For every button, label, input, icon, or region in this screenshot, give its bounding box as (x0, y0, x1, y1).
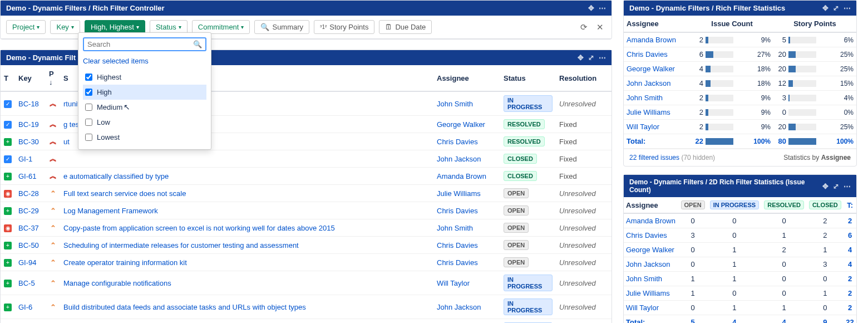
issue-key[interactable]: GI-94 (18, 258, 37, 267)
number-icon: ³1² (320, 24, 327, 30)
move-icon[interactable] (578, 53, 584, 62)
assignee-link[interactable]: Chris Davies (437, 258, 478, 267)
issue-key[interactable]: BC-28 (18, 189, 39, 198)
issue-key[interactable]: BC-19 (18, 120, 39, 129)
issue-summary[interactable]: Scheduling of intermediate releases for … (63, 241, 299, 249)
issue-key[interactable]: BC-30 (18, 138, 39, 146)
priority-option[interactable]: High (83, 85, 206, 100)
col-status[interactable]: Status (500, 65, 556, 91)
close-icon[interactable]: ✕ (594, 22, 606, 32)
issue-summary[interactable]: e automatically classified by type (63, 172, 169, 180)
priority-option[interactable]: Highest (83, 70, 206, 85)
assignee-link[interactable]: Chris Davies (437, 138, 478, 146)
more-icon[interactable] (599, 53, 606, 62)
assignee-link[interactable]: John Smith (626, 275, 662, 283)
assignee-link[interactable]: George Walker (627, 65, 675, 73)
issue-key[interactable]: GI-6 (18, 303, 32, 311)
assignee-link[interactable]: Chris Davies (627, 50, 668, 58)
checkbox[interactable] (85, 104, 92, 111)
assignee-link[interactable]: Amanda Brown (627, 36, 676, 44)
table-row[interactable]: +BC-50⌃Scheduling of intermediate releas… (1, 237, 611, 254)
col-type[interactable]: T (1, 65, 15, 91)
stats-total: Total:22100%80100% (624, 134, 856, 149)
assignee-link[interactable]: Will Taylor (626, 304, 659, 312)
assignee-link[interactable]: Chris Davies (437, 207, 478, 215)
issue-summary[interactable]: Create operator training information kit (63, 258, 187, 267)
priority-option[interactable]: Lowest (83, 130, 206, 145)
issue-summary[interactable]: Full text search service does not scale (63, 189, 186, 198)
assignee-link[interactable]: Julie Williams (437, 189, 481, 198)
issue-summary[interactable]: Log Management Framework (63, 207, 158, 215)
table-row[interactable]: +GI-94⌃Create operator training informat… (1, 254, 611, 271)
filter-key[interactable]: Key▾ (50, 20, 80, 34)
priority-option[interactable]: Medium (83, 100, 206, 115)
assignee-link[interactable]: John Jackson (626, 260, 670, 268)
table-row[interactable]: ◉BC-28⌃Full text search service does not… (1, 185, 611, 202)
issue-summary[interactable]: Build distributed data feeds and associa… (63, 303, 306, 311)
move-icon[interactable] (588, 4, 594, 12)
table-row[interactable]: +GI-42⌃Install event handler on console … (1, 319, 611, 324)
assignee-link[interactable]: Julie Williams (627, 108, 670, 116)
assignee-link[interactable]: Amanda Brown (626, 217, 675, 225)
checkbox[interactable] (85, 119, 92, 126)
controller-title: Demo - Dynamic Filters / Rich Filter Con… (6, 4, 165, 12)
move-icon[interactable] (822, 182, 828, 190)
issue-key[interactable]: BC-18 (18, 100, 39, 108)
checkbox[interactable] (85, 89, 92, 96)
table-row[interactable]: ◉BC-37⌃Copy-paste from application scree… (1, 219, 611, 237)
more-icon[interactable] (844, 4, 851, 12)
assignee-link[interactable]: John Jackson (627, 79, 671, 87)
assignee-link[interactable]: George Walker (626, 246, 674, 254)
issue-key[interactable]: GI-61 (18, 172, 37, 180)
assignee-link[interactable]: Will Taylor (437, 279, 470, 287)
tool-duedate[interactable]: 🗓Due Date (379, 20, 432, 34)
table-row[interactable]: +BC-29⌃Log Management FrameworkChris Dav… (1, 202, 611, 219)
priority-highest-icon: ︽ (49, 171, 57, 181)
table-row[interactable]: +GI-6⌃Build distributed data feeds and a… (1, 295, 611, 319)
dropdown-search[interactable]: 🔍 (83, 37, 206, 51)
issue-key[interactable]: GI-1 (18, 155, 32, 163)
tool-storypoints[interactable]: ³1²Story Points (314, 20, 374, 34)
stats-title: Demo - Dynamic Filters / Rich Filter Sta… (629, 4, 785, 12)
move-icon[interactable] (822, 4, 828, 12)
assignee-link[interactable]: John Smith (437, 224, 473, 232)
expand-icon[interactable] (833, 4, 839, 12)
col-resolution[interactable]: Resolution (556, 65, 611, 91)
expand-icon[interactable] (833, 182, 839, 190)
issue-key[interactable]: BC-37 (18, 224, 39, 232)
refresh-icon[interactable]: ⟳ (578, 22, 590, 32)
col-priority[interactable]: P ↓ (46, 65, 60, 91)
assignee-link[interactable]: George Walker (437, 120, 485, 129)
filtered-link[interactable]: 22 filtered issues (629, 154, 679, 161)
assignee-link[interactable]: Julie Williams (626, 289, 670, 297)
more-icon[interactable] (599, 4, 606, 12)
assignee-link[interactable]: John Jackson (437, 303, 481, 311)
tool-summary[interactable]: 🔍Summary (254, 20, 309, 34)
assignee-link[interactable]: Chris Davies (437, 241, 478, 249)
assignee-link[interactable]: John Smith (437, 100, 473, 108)
table-row[interactable]: +BC-5⌃Manage configurable notificationsW… (1, 271, 611, 295)
issue-summary[interactable]: ut (63, 138, 70, 146)
table-row[interactable]: +GI-61︽e automatically classified by typ… (1, 168, 611, 185)
issue-key[interactable]: BC-29 (18, 207, 39, 215)
assignee-link[interactable]: Will Taylor (627, 123, 659, 131)
assignee-link[interactable]: John Jackson (437, 155, 481, 163)
more-icon[interactable] (844, 182, 851, 190)
col-key[interactable]: Key (15, 65, 46, 91)
filter-project[interactable]: Project▾ (6, 20, 46, 34)
expand-icon[interactable] (588, 53, 594, 62)
issue-key[interactable]: BC-50 (18, 241, 39, 249)
checkbox[interactable] (85, 134, 92, 141)
assignee-link[interactable]: Amanda Brown (437, 172, 486, 180)
checkbox[interactable] (85, 74, 92, 81)
issue-key[interactable]: BC-5 (18, 279, 35, 287)
priority-option[interactable]: Low (83, 115, 206, 130)
assignee-link[interactable]: Chris Davies (626, 231, 667, 239)
assignee-link[interactable]: John Smith (627, 94, 663, 102)
col-assignee[interactable]: Assignee (433, 65, 500, 91)
issue-summary[interactable]: Manage configurable notifications (63, 279, 171, 287)
clear-selected[interactable]: Clear selected items (83, 55, 149, 70)
dropdown-search-input[interactable] (87, 40, 193, 48)
issue-summary[interactable]: Copy-paste from application screen to ex… (63, 224, 335, 232)
table-row[interactable]: ✓GI-1︽John JacksonCLOSEDFixed (1, 150, 611, 168)
